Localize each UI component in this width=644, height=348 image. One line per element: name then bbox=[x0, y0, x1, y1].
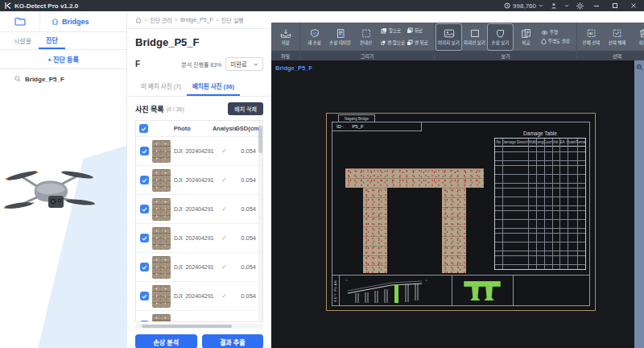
projects-nav[interactable] bbox=[0, 11, 40, 31]
breadcrumb-item-bridge[interactable]: Bridge_P5_F bbox=[180, 17, 213, 23]
row-checkbox[interactable] bbox=[140, 321, 149, 322]
tool-backward[interactable]: 뒤로 bbox=[405, 27, 432, 34]
home-icon bbox=[52, 18, 59, 25]
table-row[interactable]: DJI_20240429155 ✓ 0.054 bbox=[136, 282, 262, 311]
remove-placement-button[interactable]: 배치 삭제 bbox=[228, 102, 263, 115]
tab-facilities[interactable]: 시설물 bbox=[6, 32, 39, 49]
document-tab[interactable]: Bridge_P5_F bbox=[275, 64, 312, 72]
export-results-button[interactable]: 결과 추출 bbox=[202, 334, 264, 348]
tool-new-damage[interactable]: NEW 새 손상 bbox=[302, 24, 327, 50]
analysis-check: ✓ bbox=[214, 176, 235, 184]
settings-button[interactable] bbox=[576, 2, 584, 10]
tool-damage-table[interactable]: 손상 테이블 bbox=[328, 24, 353, 50]
pier-orthomosaic-cap[interactable] bbox=[345, 168, 484, 188]
tool-delete[interactable]: 삭제 bbox=[630, 24, 644, 50]
outline-view-icon bbox=[469, 28, 481, 39]
damage-view-icon bbox=[495, 28, 506, 39]
title-block-divider bbox=[332, 275, 590, 276]
table-header-row: Photo Analysis GSD(cm/px) bbox=[136, 121, 262, 137]
tool-select-all[interactable]: All 전체 선택 bbox=[579, 24, 604, 50]
tool-image-view[interactable]: 이미지 보기 bbox=[436, 24, 461, 50]
scrollbar-thumb[interactable] bbox=[258, 126, 262, 153]
analyze-damage-button[interactable]: 손상 분석 bbox=[135, 334, 197, 348]
droplet-icon bbox=[541, 38, 547, 44]
table-scrollbar-horizontal[interactable] bbox=[135, 324, 263, 329]
tab-diagnosis[interactable]: 진단 bbox=[39, 32, 65, 49]
tool-deselect[interactable]: 선택 해제 bbox=[605, 24, 630, 50]
guideline-icon bbox=[361, 28, 372, 39]
sheet-bridge-tab[interactable]: Nagang Bridge bbox=[338, 114, 375, 122]
row-checkbox[interactable] bbox=[140, 147, 149, 155]
tool-opacity[interactable]: 투명도 설정 bbox=[539, 38, 575, 44]
pier-orthomosaic-column-right[interactable] bbox=[442, 188, 466, 273]
breadcrumb-item-management[interactable]: 진단 관리 bbox=[150, 16, 172, 24]
row-checkbox[interactable] bbox=[140, 176, 149, 184]
row-checkbox[interactable] bbox=[140, 292, 149, 300]
table-row[interactable]: DJI_20240429155 ✓ 0.054 bbox=[136, 195, 262, 224]
user-menu[interactable] bbox=[551, 2, 557, 9]
key-plan-sketch bbox=[341, 276, 449, 307]
scrollbar-thumb[interactable] bbox=[142, 325, 232, 328]
row-checkbox[interactable] bbox=[140, 234, 149, 242]
tool-bring-to-front[interactable]: 맨 앞으로 bbox=[379, 39, 405, 46]
credits-icon bbox=[504, 2, 510, 9]
minimize-button[interactable] bbox=[591, 1, 602, 10]
cad-sheet[interactable]: Nagang Bridge ID : P5_F Damage Table No … bbox=[326, 113, 596, 311]
image-view-icon bbox=[444, 28, 455, 39]
analysis-check: ✓ bbox=[214, 205, 235, 213]
search-input[interactable]: Bridge_P5_F bbox=[0, 69, 126, 89]
layer-order-buttons: 앞으로 뒤로 맨 앞으로 맨 뒤로 bbox=[379, 25, 432, 49]
tool-compare[interactable]: 비교 bbox=[514, 24, 539, 50]
tab-unplaced-photos[interactable]: 미 배치 사진 (7) bbox=[135, 77, 187, 96]
tool-send-to-back[interactable]: 맨 뒤로 bbox=[405, 39, 432, 46]
breadcrumb-home-icon[interactable] bbox=[135, 17, 142, 23]
tool-save[interactable]: 저장 bbox=[273, 24, 298, 50]
sheet-id-label: ID : bbox=[336, 124, 344, 129]
table-row[interactable]: DJI_20240429155 ✓ 0.054 bbox=[136, 311, 262, 322]
viewer-toolbar: 저장 파일 NEW 새 손상 손상 테이블 안내선 bbox=[271, 23, 644, 60]
trash-icon bbox=[638, 28, 644, 39]
table-scrollbar-vertical[interactable] bbox=[258, 121, 262, 321]
maximize-button[interactable] bbox=[609, 1, 621, 10]
project-header[interactable]: Bridges bbox=[40, 18, 89, 26]
settings-gear-icon bbox=[576, 2, 584, 10]
row-checkbox[interactable] bbox=[140, 263, 149, 271]
close-button[interactable] bbox=[628, 1, 639, 10]
viewer-side-strip[interactable] bbox=[634, 60, 644, 348]
credits-display[interactable]: 998,760 bbox=[504, 2, 543, 10]
tool-outline-view[interactable]: 외곽선 보기 bbox=[462, 24, 487, 50]
sidebar: Bridges 시설물 진단 + 진단 등록 Bridge_P5_F bbox=[0, 11, 127, 348]
table-row[interactable]: DJI_20240429155 ✓ 0.054 bbox=[136, 253, 262, 282]
table-row[interactable]: DJI_20240429155 ✓ 0.054 bbox=[136, 224, 262, 253]
analysis-check: ✓ bbox=[214, 292, 235, 300]
register-diagnosis-button[interactable]: + 진단 등록 bbox=[0, 50, 126, 69]
photo-list-count: (0 / 36) bbox=[167, 106, 184, 112]
photo-name: DJI_20240429155 bbox=[174, 148, 214, 154]
toolbar-group-draw: NEW 새 손상 손상 테이블 안내선 앞으로 bbox=[300, 23, 435, 60]
photo-name: DJI_20240429155 bbox=[174, 235, 214, 241]
all-badge: All bbox=[588, 31, 592, 35]
zoom-disabled-icon[interactable] bbox=[636, 64, 643, 71]
tab-placed-photos[interactable]: 배치된 사진 (36) bbox=[187, 77, 240, 96]
chevron-down-icon[interactable] bbox=[564, 4, 569, 7]
drawing-canvas[interactable]: Bridge_P5_F Nagang Bridge ID : P5_F Dama… bbox=[271, 60, 634, 348]
new-damage-icon: NEW bbox=[309, 28, 320, 39]
tool-damage-view[interactable]: 손상 보기 bbox=[488, 24, 513, 50]
breadcrumb-item-run[interactable]: 진단 실행 bbox=[221, 16, 244, 24]
tool-guideline[interactable]: 안내선 bbox=[353, 24, 378, 50]
photo-name: DJI_20240429155 bbox=[174, 206, 214, 212]
tool-forward[interactable]: 앞으로 bbox=[379, 27, 405, 34]
photo-name: DJI_20240429155 bbox=[174, 177, 214, 183]
header-checkbox[interactable] bbox=[139, 124, 148, 133]
photo-thumbnail bbox=[152, 285, 171, 308]
table-row[interactable]: DJI_20240429155 ✓ 0.054 bbox=[136, 137, 262, 166]
pier-orthomosaic-column-left[interactable] bbox=[363, 188, 387, 273]
table-row[interactable]: DJI_20240429155 ✓ 0.054 bbox=[136, 166, 262, 195]
tool-projection[interactable]: 투영 bbox=[539, 29, 575, 35]
group-label-draw: 그리기 bbox=[300, 51, 434, 60]
status-dropdown[interactable]: 미완료 bbox=[225, 57, 263, 71]
sheet-id-value: P5_F bbox=[352, 124, 363, 129]
key-plan-label: KEY PLAN bbox=[332, 275, 340, 306]
chevron-down-icon bbox=[254, 63, 258, 66]
row-checkbox[interactable] bbox=[140, 205, 149, 213]
